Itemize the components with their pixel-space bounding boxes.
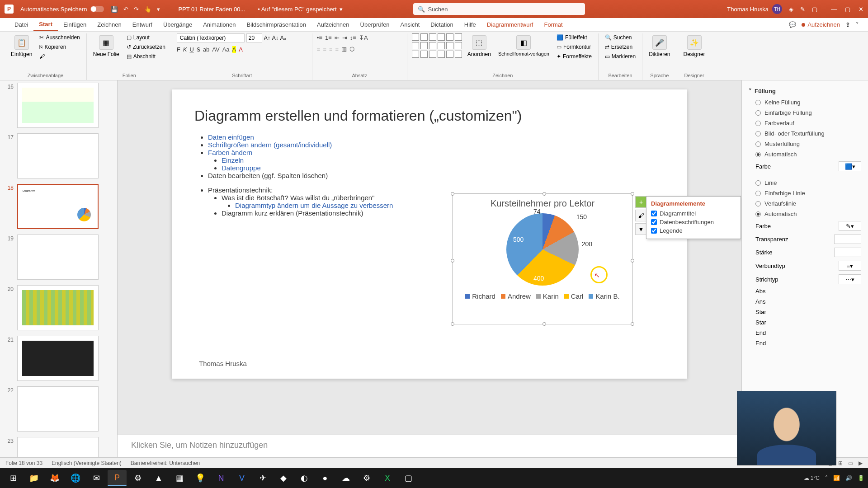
outline-button[interactable]: ▭ Formkontur (555, 43, 594, 51)
checkbox-datenbeschriftungen[interactable]: Datenbeschriftungen (651, 218, 736, 226)
smartart-icon[interactable]: ⬡ (349, 46, 354, 52)
qat-dropdown-icon[interactable]: ▾ (157, 6, 160, 13)
chart-elements-button[interactable]: + (635, 196, 647, 208)
shadow-icon[interactable]: ab (203, 46, 209, 53)
tab-zeichnen[interactable]: Zeichnen (92, 18, 127, 31)
tray-battery-icon[interactable]: 🔋 (858, 475, 864, 481)
radio-automatisch[interactable]: Automatisch (749, 149, 861, 160)
save-icon[interactable]: 💾 (111, 6, 118, 13)
radio-auto-linie[interactable]: Automatisch (749, 209, 861, 219)
numbering-icon[interactable]: 1≡ (325, 34, 332, 41)
window-icon[interactable]: ▢ (812, 6, 817, 13)
powerpoint-icon[interactable]: P (108, 470, 127, 486)
tab-entwurf[interactable]: Entwurf (127, 18, 158, 31)
tab-animationen[interactable]: Animationen (198, 18, 241, 31)
collapse-ribbon-icon[interactable]: ˅ (856, 21, 859, 28)
start-menu-icon[interactable]: ⊞ (4, 470, 23, 486)
thumb-18[interactable]: 18Diagramm (5, 184, 113, 229)
tab-hilfe[interactable]: Hilfe (459, 18, 481, 31)
weather-widget[interactable]: ☁ 1°C (804, 475, 820, 481)
line-spacing-icon[interactable]: ↕≡ (350, 34, 356, 41)
radio-bild-textur[interactable]: Bild- oder Texturfüllung (749, 128, 861, 139)
tab-start[interactable]: Start (33, 18, 58, 31)
section-fuellung[interactable]: ˅ Füllung (749, 85, 861, 97)
increase-font-icon[interactable]: A↑ (264, 35, 270, 41)
underline-icon[interactable]: U (189, 46, 193, 53)
thumb-22[interactable]: 22 (5, 386, 113, 432)
cut-button[interactable]: ✂ Ausschneiden (38, 33, 81, 42)
align-center-icon[interactable]: ≡ (323, 46, 326, 52)
vlc-icon[interactable]: ▲ (149, 470, 168, 486)
tab-einfuegen[interactable]: Einfügen (58, 18, 92, 31)
clear-format-icon[interactable]: Aₓ (280, 35, 286, 41)
effects-button[interactable]: ✦ Formeffekte (555, 52, 594, 61)
staerke-row[interactable]: Stärke (749, 246, 861, 259)
share-icon[interactable]: ⇪ (845, 21, 850, 28)
tab-datei[interactable]: Datei (9, 18, 33, 31)
chart-styles-button[interactable]: 🖌 (635, 210, 647, 221)
thumb-20[interactable]: 20 (5, 285, 113, 330)
transparenz-row[interactable]: Transparenz (749, 233, 861, 246)
comments-icon[interactable]: 💬 (789, 21, 796, 28)
tab-format[interactable]: Format (538, 18, 568, 31)
app-icon-1[interactable]: ⚙ (128, 470, 147, 486)
explorer-icon[interactable]: 📁 (24, 470, 43, 486)
tab-diagrammentwurf[interactable]: Diagrammentwurf (481, 18, 539, 31)
text-direction-icon[interactable]: ↧A (359, 34, 368, 41)
checkbox-legende[interactable]: Legende (651, 226, 736, 235)
font-family-select[interactable]: Calibri (Textkörper) (177, 33, 245, 42)
fill-button[interactable]: 🟦 Fülleffekt (555, 33, 594, 42)
onenote-icon[interactable]: N (212, 470, 231, 486)
slideshow-view-icon[interactable]: ▶ (859, 460, 863, 466)
verbundtyp-row[interactable]: Verbundtyp≡▾ (749, 259, 861, 272)
columns-icon[interactable]: ▥ (341, 46, 347, 52)
checkbox-diagrammtitel[interactable]: Diagrammtitel (651, 209, 736, 218)
shapes-gallery[interactable] (412, 33, 462, 58)
select-button[interactable]: ▭ Markieren (603, 52, 637, 61)
tab-ueberpruefen[interactable]: Überprüfen (355, 18, 395, 31)
farbe2-row[interactable]: Farbe✎▾ (749, 219, 861, 233)
tray-chevron-icon[interactable]: ˄ (825, 475, 828, 481)
layout-button[interactable]: ▢ Layout (125, 33, 167, 42)
spacing-icon[interactable]: AV (212, 46, 219, 53)
tab-dictation[interactable]: Dictation (425, 18, 459, 31)
minimize-icon[interactable]: — (831, 6, 837, 13)
tab-ansicht[interactable]: Ansicht (395, 18, 425, 31)
align-right-icon[interactable]: ≡ (329, 46, 333, 52)
quickstyles-button[interactable]: ◧ Schnellformat-vorlagen (496, 33, 551, 58)
firefox-icon[interactable]: 🦊 (45, 470, 64, 486)
maximize-icon[interactable]: ▢ (845, 6, 850, 13)
thumb-16[interactable]: 16 (5, 83, 113, 128)
bullets-icon[interactable]: •≡ (317, 34, 322, 41)
app-icon-9[interactable]: ▢ (399, 470, 418, 486)
autosave-toggle[interactable]: Automatisches Speichern (20, 6, 104, 13)
title-dropdown-icon[interactable]: ▾ (340, 6, 343, 13)
section-button[interactable]: ▤ Abschnitt (125, 52, 167, 61)
slide-thumbnails[interactable]: 16 17 18Diagramm 19 20 21 22 23 24 25 (0, 80, 118, 457)
thumb-23[interactable]: 23 (5, 437, 113, 457)
farbe-row[interactable]: Farbe🟦▾ (749, 160, 861, 173)
toggle-switch[interactable] (90, 6, 104, 12)
radio-keine-fuellung[interactable]: Keine Füllung (749, 97, 861, 108)
app-icon-7[interactable]: ● (316, 470, 335, 486)
slide-title[interactable]: Diagramm erstellen und formatieren („cus… (194, 108, 665, 124)
copy-button[interactable]: ⎘ Kopieren (38, 43, 81, 51)
font-size-select[interactable]: 20 (246, 33, 262, 42)
app-icon-4[interactable]: V (232, 470, 251, 486)
radio-einfarbig[interactable]: Einfarbige Füllung (749, 108, 861, 118)
chart-object[interactable]: Kursteilnehmer pro Lektor 74 150 200 400… (452, 193, 633, 324)
pen-icon[interactable]: ✎ (800, 6, 805, 13)
tab-uebergaenge[interactable]: Übergänge (158, 18, 198, 31)
tray-wifi-icon[interactable]: 📶 (833, 475, 840, 481)
slide[interactable]: Diagramm erstellen und formatieren („cus… (172, 89, 687, 379)
new-slide-button[interactable]: ▦ Neue Folie (91, 33, 121, 59)
align-left-icon[interactable]: ≡ (317, 46, 321, 52)
highlight-icon[interactable]: A (232, 46, 236, 53)
reset-button[interactable]: ↺ Zurücksetzen (125, 43, 167, 51)
designer-button[interactable]: ✨ Designer (682, 33, 707, 59)
touch-icon[interactable]: 👆 (144, 6, 151, 13)
chrome-icon[interactable]: 🌐 (66, 470, 85, 486)
tab-bildschirm[interactable]: Bildschirmpräsentation (241, 18, 311, 31)
user-account[interactable]: Thomas Hruska TH (727, 4, 782, 14)
radio-verlaufslinie[interactable]: Verlaufslinie (749, 198, 861, 209)
